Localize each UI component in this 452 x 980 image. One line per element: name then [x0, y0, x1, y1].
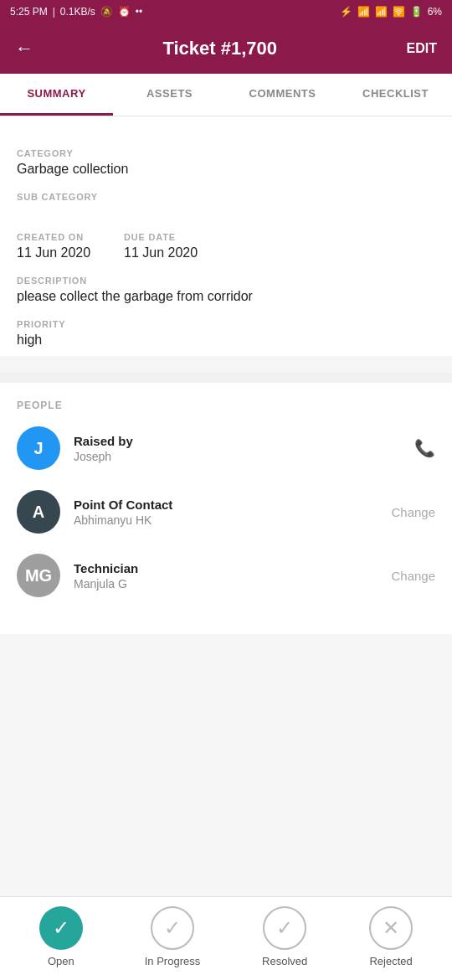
- due-date-col: DUE DATE 11 Jun 2020: [124, 217, 198, 260]
- summary-content: CATEGORY Garbage collection SUB CATEGORY…: [0, 116, 452, 356]
- status-resolved[interactable]: ✓ Resolved: [262, 906, 307, 967]
- person-name-abhimanyu: Abhimanyu HK: [74, 513, 391, 527]
- change-poc-button[interactable]: Change: [391, 505, 435, 519]
- person-name-manjula: Manjula G: [74, 577, 391, 591]
- battery-icon: 🔋: [410, 6, 423, 18]
- status-rejected[interactable]: ✕ Rejected: [369, 906, 413, 967]
- category-label: CATEGORY: [17, 148, 435, 158]
- battery-percent: 6%: [428, 6, 442, 18]
- person-name-joseph: Joseph: [74, 450, 414, 463]
- time-display: 5:25 PM: [10, 6, 48, 18]
- status-right: ⚡ 📶 📶 🛜 🔋 6%: [340, 6, 442, 18]
- avatar-abhimanyu: A: [17, 490, 60, 534]
- person-role-technician: Technician: [74, 561, 391, 575]
- description-label: DESCRIPTION: [17, 276, 435, 286]
- status-circle-resolved: ✓: [263, 906, 306, 950]
- tab-summary[interactable]: SUMMARY: [0, 74, 113, 116]
- person-info-manjula: Technician Manjula G: [74, 561, 391, 591]
- date-row: CREATED ON 11 Jun 2020 DUE DATE 11 Jun 2…: [17, 217, 435, 260]
- person-role-raised-by: Raised by: [74, 434, 414, 448]
- tab-comments[interactable]: COMMENTS: [226, 74, 339, 116]
- resolved-check-icon: ✓: [276, 916, 293, 940]
- created-on-col: CREATED ON 11 Jun 2020: [17, 217, 90, 260]
- person-row-technician: MG Technician Manjula G Change: [17, 554, 435, 597]
- avatar-joseph: J: [17, 426, 60, 470]
- person-info-abhimanyu: Point Of Contact Abhimanyu HK: [74, 498, 391, 527]
- due-date-label: DUE DATE: [124, 232, 198, 242]
- avatar-manjula: MG: [17, 554, 60, 597]
- priority-label: PRIORITY: [17, 319, 435, 329]
- priority-value: high: [17, 333, 435, 348]
- status-circle-in-progress: ✓: [151, 906, 194, 950]
- description-value: please collect the garbage from corridor: [17, 289, 435, 304]
- in-progress-check-icon: ✓: [164, 916, 181, 940]
- sub-category-label: SUB CATEGORY: [17, 192, 435, 202]
- edit-button[interactable]: EDIT: [407, 41, 437, 56]
- person-row-point-of-contact: A Point Of Contact Abhimanyu HK Change: [17, 490, 435, 534]
- due-date-value: 11 Jun 2020: [124, 245, 198, 260]
- person-info-joseph: Raised by Joseph: [74, 434, 414, 463]
- status-open[interactable]: ✓ Open: [39, 906, 83, 967]
- header: ← Ticket #1,700 EDIT: [0, 23, 452, 74]
- tab-checklist[interactable]: CHECKLIST: [339, 74, 452, 116]
- rejected-x-icon: ✕: [383, 916, 399, 940]
- section-divider: [0, 373, 452, 383]
- open-check-icon: ✓: [53, 916, 69, 940]
- created-on-label: CREATED ON: [17, 232, 90, 242]
- category-value: Garbage collection: [17, 162, 435, 177]
- change-technician-button[interactable]: Change: [391, 569, 435, 583]
- status-label-open: Open: [48, 955, 74, 967]
- wifi-icon: 📶: [375, 6, 388, 18]
- back-button[interactable]: ←: [15, 38, 33, 59]
- person-role-poc: Point Of Contact: [74, 498, 391, 512]
- dots-icon: ••: [136, 6, 142, 18]
- clock-icon: ⏰: [118, 6, 131, 18]
- bottom-status-bar: ✓ Open ✓ In Progress ✓ Resolved ✕ Reject…: [0, 896, 452, 980]
- signal-icon: 📶: [357, 6, 370, 18]
- wifi-icon2: 🛜: [393, 6, 405, 18]
- people-section: PEOPLE J Raised by Joseph 📞 A Point Of C…: [0, 383, 452, 634]
- status-in-progress[interactable]: ✓ In Progress: [145, 906, 200, 967]
- people-label: PEOPLE: [17, 400, 435, 411]
- status-label-rejected: Rejected: [369, 955, 412, 967]
- status-label-resolved: Resolved: [262, 955, 307, 967]
- person-row-raised-by: J Raised by Joseph 📞: [17, 426, 435, 470]
- alarm-icon: 🔕: [100, 6, 113, 18]
- page-title: Ticket #1,700: [162, 38, 277, 59]
- status-label-in-progress: In Progress: [145, 955, 200, 967]
- tab-assets[interactable]: ASSETS: [113, 74, 226, 116]
- status-circle-open: ✓: [39, 906, 83, 950]
- data-rate: 0.1KB/s: [60, 6, 95, 18]
- bottom-spacer: [0, 634, 452, 726]
- created-on-value: 11 Jun 2020: [17, 245, 90, 260]
- status-circle-rejected: ✕: [369, 906, 413, 950]
- tab-bar: SUMMARY ASSETS COMMENTS CHECKLIST: [0, 74, 452, 116]
- bluetooth-icon: ⚡: [340, 6, 352, 18]
- status-left: 5:25 PM | 0.1KB/s 🔕 ⏰ ••: [10, 6, 142, 18]
- status-bar: 5:25 PM | 0.1KB/s 🔕 ⏰ •• ⚡ 📶 📶 🛜 🔋 6%: [0, 0, 452, 23]
- data-speed: |: [53, 6, 55, 18]
- phone-icon[interactable]: 📞: [414, 438, 435, 458]
